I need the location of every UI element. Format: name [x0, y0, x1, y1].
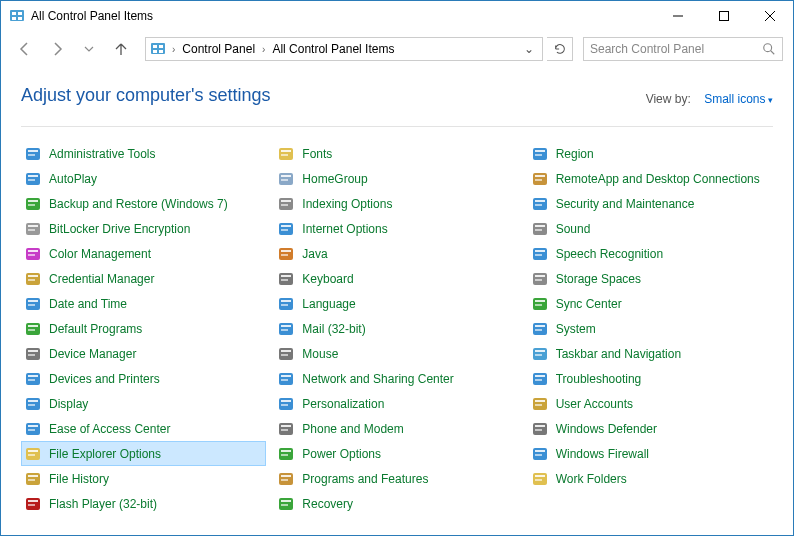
svg-rect-11: [159, 45, 163, 48]
back-button[interactable]: [11, 35, 39, 63]
svg-rect-77: [535, 300, 545, 302]
search-box[interactable]: [583, 37, 783, 61]
control-panel-item[interactable]: Administrative Tools: [21, 141, 266, 166]
control-panel-item[interactable]: Display: [21, 391, 266, 416]
item-label: HomeGroup: [302, 172, 367, 186]
control-panel-item[interactable]: Speech Recognition: [528, 241, 773, 266]
control-panel-item[interactable]: Recovery: [274, 491, 519, 516]
svg-rect-21: [281, 154, 288, 156]
breadcrumb[interactable]: › Control Panel › All Control Panel Item…: [145, 37, 543, 61]
control-panel-item[interactable]: Color Management: [21, 241, 266, 266]
item-label: Power Options: [302, 447, 381, 461]
item-label: Ease of Access Center: [49, 422, 170, 436]
control-panel-item[interactable]: Network and Sharing Center: [274, 366, 519, 391]
control-panel-item[interactable]: Java: [274, 241, 519, 266]
chevron-right-icon[interactable]: ›: [168, 44, 179, 55]
item-label: Credential Manager: [49, 272, 154, 286]
svg-rect-93: [281, 354, 288, 356]
svg-rect-23: [535, 150, 545, 152]
control-panel-item[interactable]: AutoPlay: [21, 166, 266, 191]
control-panel-item[interactable]: Windows Firewall: [528, 441, 773, 466]
control-panel-item[interactable]: Device Manager: [21, 341, 266, 366]
svg-rect-71: [28, 300, 38, 302]
control-panel-item[interactable]: Ease of Access Center: [21, 416, 266, 441]
item-label: AutoPlay: [49, 172, 97, 186]
personalization-icon: [278, 396, 294, 412]
control-panel-item[interactable]: Keyboard: [274, 266, 519, 291]
recent-dropdown[interactable]: [75, 35, 103, 63]
control-panel-item[interactable]: Region: [528, 141, 773, 166]
control-panel-item[interactable]: Mail (32-bit): [274, 316, 519, 341]
control-panel-item[interactable]: RemoteApp and Desktop Connections: [528, 166, 773, 191]
svg-rect-107: [28, 400, 38, 402]
control-panel-item[interactable]: User Accounts: [528, 391, 773, 416]
svg-rect-89: [28, 350, 38, 352]
control-panel-item[interactable]: Sound: [528, 216, 773, 241]
svg-rect-29: [281, 175, 291, 177]
control-panel-item[interactable]: Backup and Restore (Windows 7): [21, 191, 266, 216]
forward-button[interactable]: [43, 35, 71, 63]
item-label: Devices and Printers: [49, 372, 160, 386]
refresh-button[interactable]: [547, 37, 573, 61]
control-panel-item[interactable]: System: [528, 316, 773, 341]
sync-center-icon: [532, 296, 548, 312]
breadcrumb-root[interactable]: Control Panel: [179, 40, 258, 58]
control-panel-item[interactable]: Troubleshooting: [528, 366, 773, 391]
page-heading: Adjust your computer's settings: [21, 85, 271, 106]
svg-rect-74: [281, 300, 291, 302]
control-panel-item[interactable]: Default Programs: [21, 316, 266, 341]
view-by-value[interactable]: Small icons: [704, 92, 773, 106]
search-input[interactable]: [590, 42, 762, 56]
svg-rect-56: [281, 250, 291, 252]
svg-rect-80: [28, 325, 38, 327]
item-label: File Explorer Options: [49, 447, 161, 461]
control-panel-item[interactable]: Storage Spaces: [528, 266, 773, 291]
item-label: Color Management: [49, 247, 151, 261]
control-panel-item[interactable]: Windows Defender: [528, 416, 773, 441]
control-panel-item[interactable]: File Explorer Options: [21, 441, 266, 466]
control-panel-item[interactable]: Language: [274, 291, 519, 316]
color-mgmt-icon: [25, 246, 41, 262]
control-panel-item[interactable]: Phone and Modem: [274, 416, 519, 441]
flash-icon: [25, 496, 41, 512]
control-panel-item[interactable]: Personalization: [274, 391, 519, 416]
item-label: Mail (32-bit): [302, 322, 365, 336]
svg-rect-132: [535, 454, 542, 456]
control-panel-item[interactable]: Fonts: [274, 141, 519, 166]
internet-options-icon: [278, 221, 294, 237]
control-panel-item[interactable]: Power Options: [274, 441, 519, 466]
breadcrumb-leaf[interactable]: All Control Panel Items: [269, 40, 397, 58]
svg-rect-104: [535, 375, 545, 377]
item-label: Default Programs: [49, 322, 142, 336]
item-label: BitLocker Drive Encryption: [49, 222, 190, 236]
up-button[interactable]: [107, 35, 135, 63]
control-panel-item[interactable]: Internet Options: [274, 216, 519, 241]
control-panel-item[interactable]: Devices and Printers: [21, 366, 266, 391]
control-panel-item[interactable]: BitLocker Drive Encryption: [21, 216, 266, 241]
control-panel-item[interactable]: Credential Manager: [21, 266, 266, 291]
svg-rect-4: [18, 17, 22, 20]
control-panel-item[interactable]: Work Folders: [528, 466, 773, 491]
language-icon: [278, 296, 294, 312]
view-by: View by: Small icons: [646, 92, 773, 106]
minimize-button[interactable]: [655, 1, 701, 31]
control-panel-item[interactable]: File History: [21, 466, 266, 491]
chevron-down-icon[interactable]: ⌄: [518, 42, 540, 56]
file-history-icon: [25, 471, 41, 487]
svg-rect-62: [28, 275, 38, 277]
control-panel-item[interactable]: Programs and Features: [274, 466, 519, 491]
chevron-right-icon[interactable]: ›: [258, 44, 269, 55]
control-panel-item[interactable]: Mouse: [274, 341, 519, 366]
svg-rect-12: [153, 50, 157, 53]
maximize-button[interactable]: [701, 1, 747, 31]
svg-rect-120: [281, 429, 288, 431]
network-sharing-icon: [278, 371, 294, 387]
control-panel-item[interactable]: Indexing Options: [274, 191, 519, 216]
control-panel-item[interactable]: Date and Time: [21, 291, 266, 316]
control-panel-item[interactable]: Sync Center: [528, 291, 773, 316]
control-panel-item[interactable]: HomeGroup: [274, 166, 519, 191]
close-button[interactable]: [747, 1, 793, 31]
control-panel-item[interactable]: Flash Player (32-bit): [21, 491, 266, 516]
control-panel-item[interactable]: Security and Maintenance: [528, 191, 773, 216]
control-panel-item[interactable]: Taskbar and Navigation: [528, 341, 773, 366]
